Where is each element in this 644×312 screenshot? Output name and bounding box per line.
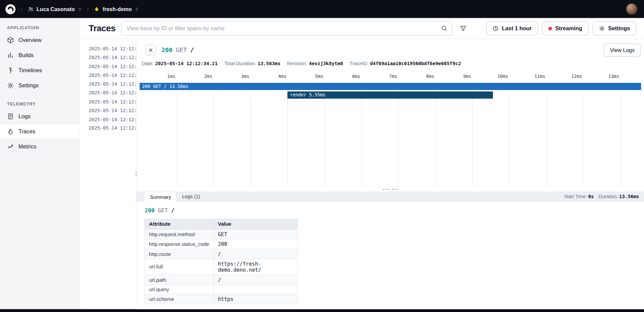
sidebar-item-metrics[interactable]: Metrics (0, 139, 80, 154)
breadcrumb-project[interactable]: fresh-demo (94, 6, 139, 12)
attr-name: http.route (145, 249, 214, 259)
sidebar-item-settings[interactable]: Settings (0, 78, 80, 93)
time-tick-label: 5ms (315, 74, 323, 79)
bottom-bar (0, 309, 644, 312)
time-tick-label: 6ms (352, 74, 360, 79)
attributes-table: Attribute Value http.request.method GET (145, 219, 298, 304)
gear-icon (599, 25, 605, 31)
attr-value: 200 (214, 239, 297, 249)
trace-meta-row: Date:2025-05-14 12:12:34.21 Total Durati… (142, 61, 641, 70)
trace-span-bar[interactable]: render 5.55ms (287, 92, 493, 99)
time-tick-label: 10ms (497, 74, 508, 79)
trace-list-item[interactable]: 2025-05-14 12:12: (80, 53, 136, 62)
traces-header: Traces Las (80, 18, 644, 39)
metrics-icon (7, 143, 14, 150)
sidebar-item-traces[interactable]: Traces (0, 124, 80, 139)
sidebar-item-overview[interactable]: Overview (0, 33, 80, 48)
start-time: Start Time:0s (564, 194, 594, 199)
meta-value: 2025-05-14 12:12:34.21 (155, 61, 218, 66)
sidebar-item-label: Builds (18, 52, 34, 58)
trace-timestamp: 2025-05-14 12:12: (89, 72, 136, 78)
timelines-icon (7, 67, 14, 74)
attr-row: http.route / (145, 249, 297, 259)
trace-timestamp: 2025-05-14 12:12: (89, 81, 136, 87)
trace-detail-panel: 200 GET / View Logs Date:2025-05-14 12:1… (136, 39, 644, 309)
breadcrumb-separator: / (86, 6, 90, 12)
meta-value: d4f69a1aa10c019560bdf6e9e605f9c2 (370, 61, 461, 66)
chevron-updown-icon (135, 7, 139, 11)
view-logs-button[interactable]: View Logs (604, 44, 641, 57)
meta-item: TraceID:d4f69a1aa10c019560bdf6e9e605f9c2 (350, 61, 461, 66)
value-header: Value (214, 219, 297, 229)
attr-name: url.path (145, 275, 214, 284)
meta-label: Revision: (287, 61, 307, 66)
breadcrumb-org[interactable]: Luca Casonato (28, 6, 82, 12)
settings-button[interactable]: Settings (593, 21, 636, 36)
trace-list-item[interactable]: 2025-05-14 12:12: (80, 106, 136, 115)
time-tick-label: 11ms (534, 74, 545, 79)
trace-list-item[interactable]: 2025-05-14 12:12: (80, 115, 136, 124)
timeline-ruler: 1ms 2ms 3ms 4ms 5ms 6ms 7ms (140, 70, 641, 81)
trace-title: 200 GET / (162, 46, 194, 54)
duration-value: 13.56ms (619, 194, 639, 199)
search-icon[interactable] (441, 25, 448, 32)
filter-button[interactable] (458, 23, 469, 34)
trace-list-item[interactable]: 2025-05-14 12:12: (80, 62, 136, 71)
organization-icon (28, 6, 34, 12)
panel-height-resize-handle[interactable] (136, 187, 644, 192)
time-tick-label: 1ms (167, 74, 175, 79)
traces-body: 2025-05-14 12:12: 2025-05-14 12:12: 2025… (80, 39, 644, 309)
attr-value: GET (214, 229, 297, 239)
time-tick-label: 12ms (571, 74, 582, 79)
attr-value: https://fresh-demo.deno.net/ (214, 259, 297, 275)
streaming-label: Streaming (555, 25, 582, 31)
panel-resize-handle[interactable] (135, 172, 137, 177)
trace-list-item[interactable]: 2025-05-14 12:12: (80, 71, 136, 80)
deno-logo[interactable] (5, 3, 16, 14)
meta-value: 4evzj3k8ytm0 (309, 61, 343, 66)
attr-table-header-row: Attribute Value (145, 219, 297, 229)
sidebar-item-builds[interactable]: Builds (0, 48, 80, 63)
topbar: / Luca Casonato / fresh-demo (0, 0, 644, 18)
sidebar-item-logs[interactable]: Logs (0, 109, 80, 124)
trace-list-item[interactable]: 2025-05-14 12:12: (80, 124, 136, 133)
attr-row: url.query (145, 285, 297, 294)
trace-list-item[interactable]: 2025-05-14 12:12: (80, 97, 136, 106)
time-range-button[interactable]: Last 1 hour (486, 21, 538, 36)
detail-tabbar: Summary Logs (1) Start Time:0s Duration:… (136, 192, 644, 202)
attr-value: / (214, 249, 297, 259)
start-time-value: 0s (588, 194, 594, 199)
span-layer: 200 GET / 13.56msrender 5.55ms (140, 81, 641, 187)
clock-icon (493, 25, 499, 31)
attr-name: http.request.method (145, 229, 214, 239)
time-tick-label: 9ms (463, 74, 471, 79)
chevron-updown-icon (78, 7, 82, 11)
summary-span-title: 200 GET / (145, 207, 644, 214)
close-trace-button[interactable] (145, 45, 156, 55)
time-tick-label: 8ms (426, 74, 434, 79)
trace-list-item[interactable]: 2025-05-14 12:12: (80, 80, 136, 88)
tab-logs[interactable]: Logs (1) (177, 192, 205, 201)
trace-detail-header: 200 GET / View Logs (145, 43, 641, 57)
streaming-button[interactable]: Streaming (542, 21, 588, 36)
sidebar-item-timelines[interactable]: Timelines (0, 63, 80, 78)
sidebar-item-label: Timelines (18, 67, 42, 73)
gear-icon (7, 82, 14, 89)
logs-icon (7, 113, 14, 120)
request-path: / (171, 207, 175, 214)
page-title: Traces (89, 24, 116, 33)
trace-span-bar[interactable]: 200 GET / 13.56ms (140, 83, 641, 90)
summary-panel: 200 GET / Attribute Value (136, 202, 644, 309)
trace-search-input[interactable] (121, 21, 452, 36)
close-icon (148, 48, 153, 53)
time-range-label: Last 1 hour (502, 25, 532, 31)
deno-deploy-app: / Luca Casonato / fresh-demo AP (0, 0, 644, 312)
time-tick-label: 3ms (241, 74, 249, 79)
trace-list-item[interactable]: 2025-05-14 12:12: (80, 44, 136, 53)
tab-summary[interactable]: Summary (144, 192, 177, 202)
user-avatar[interactable] (626, 3, 637, 15)
meta-item: Date:2025-05-14 12:12:34.21 (142, 61, 218, 66)
settings-label: Settings (608, 25, 630, 31)
sidebar-item-label: Settings (18, 83, 39, 89)
trace-list-item[interactable]: 2025-05-14 12:12: (80, 88, 136, 97)
